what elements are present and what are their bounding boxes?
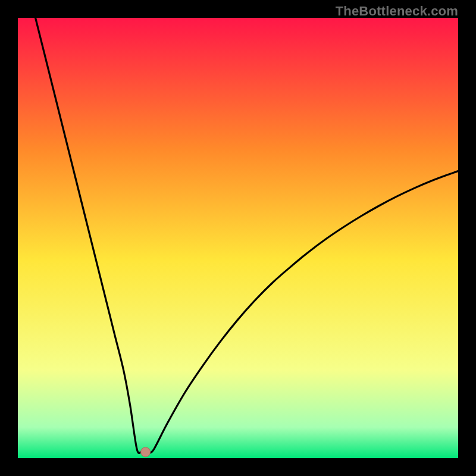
gradient-background xyxy=(18,18,458,458)
chart-plot-area xyxy=(18,18,458,458)
watermark-text: TheBottleneck.com xyxy=(336,4,458,19)
optimal-point-marker xyxy=(141,447,151,457)
chart-svg xyxy=(18,18,458,458)
chart-frame: TheBottleneck.com xyxy=(0,0,476,476)
